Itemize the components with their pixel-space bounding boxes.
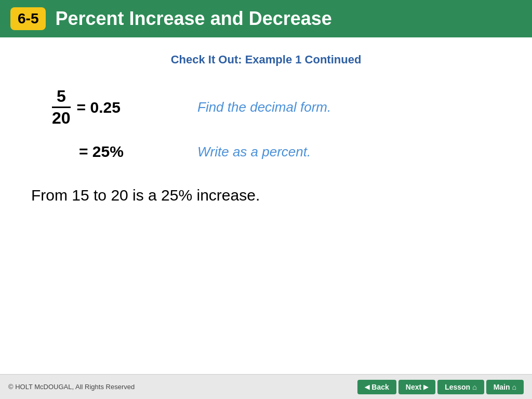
back-label: Back: [371, 383, 389, 391]
math-comment-1: Find the decimal form.: [197, 99, 331, 115]
math-left-2: = 25%: [52, 143, 166, 161]
section-subtitle: Check It Out: Example 1 Continued: [31, 53, 501, 66]
lesson-badge: 6-5: [10, 7, 46, 30]
back-arrow-icon: ◀: [365, 383, 369, 391]
copyright-text: © HOLT McDOUGAL, All Rights Reserved: [8, 383, 135, 391]
math-section: 5 20 = 0.25 Find the decimal form. = 25%…: [52, 87, 501, 161]
lesson-button[interactable]: Lesson ⌂: [437, 380, 484, 394]
fraction-denominator: 20: [52, 108, 71, 127]
math-comment-2: Write as a percent.: [197, 144, 311, 160]
lesson-label: Lesson: [445, 383, 470, 391]
math-row-2: = 25% Write as a percent.: [52, 143, 501, 161]
fraction-numerator: 5: [52, 87, 71, 108]
next-arrow-icon: ▶: [423, 383, 428, 391]
main-label: Main: [494, 383, 510, 391]
back-button[interactable]: ◀ Back: [357, 380, 396, 394]
header: 6-5 Percent Increase and Decrease: [0, 0, 532, 37]
equals-percent: = 25%: [79, 143, 124, 161]
fraction: 5 20: [52, 87, 71, 127]
equals-decimal: = 0.25: [77, 99, 121, 116]
header-title: Percent Increase and Decrease: [55, 8, 331, 30]
main-home-icon: ⌂: [512, 383, 516, 391]
home-icon: ⌂: [472, 383, 476, 391]
nav-buttons: ◀ Back Next ▶ Lesson ⌂ Main ⌂: [357, 380, 524, 394]
conclusion-text: From 15 to 20 is a 25% increase.: [31, 187, 501, 204]
footer: © HOLT McDOUGAL, All Rights Reserved ◀ B…: [0, 374, 532, 399]
math-row-1: 5 20 = 0.25 Find the decimal form.: [52, 87, 501, 127]
main-button[interactable]: Main ⌂: [486, 380, 524, 394]
next-label: Next: [406, 383, 421, 391]
main-content: Check It Out: Example 1 Continued 5 20 =…: [0, 37, 532, 374]
math-left-1: 5 20 = 0.25: [52, 87, 166, 127]
next-button[interactable]: Next ▶: [398, 380, 435, 394]
